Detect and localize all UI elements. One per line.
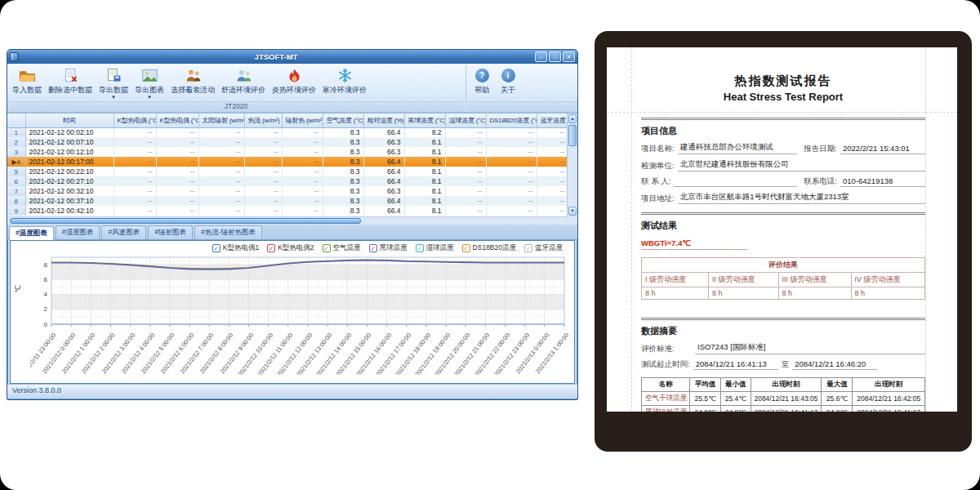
toolbar-cold-eval[interactable]: 寒冷环境评价 — [319, 66, 370, 96]
value-cell: -- — [537, 137, 568, 147]
summary-cell: 24.8℃ — [822, 406, 853, 412]
tab-chart-4[interactable]: #辐射图表 — [148, 225, 193, 239]
horizontal-scroll-thumb[interactable] — [10, 218, 361, 224]
scroll-up-icon[interactable]: ▲ — [568, 114, 577, 123]
value-cell: -- — [114, 167, 156, 176]
value-cell: -- — [282, 167, 323, 176]
maximize-button[interactable]: □ — [549, 51, 561, 62]
table-row[interactable]: 82021-02-12 00:37:10----------8.366.48.1… — [7, 196, 568, 206]
data-table[interactable]: 时间K型热电偶 (°C)K型热电偶 (°C)太阳辐射 (w/m²)热流 (w/m… — [7, 114, 569, 216]
field-label: 联 系 人: — [641, 176, 670, 187]
series-checkbox[interactable]: ✓ — [524, 244, 532, 252]
legend-item[interactable]: ✓空气温度 — [323, 243, 361, 253]
table-row[interactable]: 32021-02-12 00:12:10----------8.366.38.1… — [7, 147, 568, 157]
toolbar-hot-eval[interactable]: 炎热环境评价 — [269, 66, 319, 96]
summary-column-header: 出现时刻 — [853, 378, 925, 392]
report-title-en: Heat Stress Test Report — [641, 91, 925, 103]
table-row[interactable]: 92021-02-12 00:42:10----------8.366.48.1… — [7, 206, 568, 216]
report-page: 热指数测试报告 Heat Stress Test Report 项目信息 项目名… — [607, 47, 957, 412]
period-start-value: 2084/12/21 16:41:13 — [693, 359, 778, 370]
value-cell: 66.4 — [363, 196, 404, 206]
value-cell: -- — [445, 186, 486, 196]
table-row[interactable]: 52021-02-12 00:22:10----------8.366.48.1… — [7, 167, 568, 176]
toolbar-help[interactable]: ?帮助 — [469, 66, 495, 96]
legend-item[interactable]: ✓DS18B20温度 — [462, 243, 516, 253]
series-checkbox[interactable]: ✓ — [369, 244, 377, 252]
status-bar: Version 3.8.0.0 — [7, 384, 577, 398]
value-cell: 8.1 — [404, 167, 445, 176]
row-number: 8 — [7, 196, 25, 206]
legend-item[interactable]: ✓K型热电偶1 — [212, 243, 259, 253]
titlebar[interactable]: JTSOFT-MT – □ ✕ — [7, 50, 577, 64]
tab-chart-1[interactable]: #温度图表 — [9, 226, 54, 240]
vertical-scrollbar[interactable]: ▲ ▼ — [567, 114, 577, 225]
legend-item[interactable]: ✓湿球温度 — [416, 243, 454, 253]
toolbar-export-chart[interactable]: 导出图表▼ — [131, 66, 167, 100]
value-cell: -- — [486, 196, 537, 206]
series-checkbox[interactable]: ✓ — [462, 244, 470, 252]
toolbar-export-data[interactable]: 导出数据▼ — [96, 66, 131, 100]
summary-cell: 24.8℃ — [721, 406, 751, 412]
column-header: K型热电偶 (°C) — [156, 114, 198, 127]
series-checkbox[interactable]: ✓ — [323, 244, 331, 252]
value-cell: -- — [114, 157, 156, 167]
value-cell: -- — [156, 147, 198, 157]
scroll-down-icon[interactable]: ▼ — [568, 207, 577, 216]
value-cell: -- — [486, 157, 537, 167]
close-button[interactable]: ✕ — [563, 51, 575, 62]
value-cell: -- — [114, 127, 156, 137]
toolbar-delete-selected[interactable]: 删除选中数据 — [45, 66, 96, 96]
vertical-scroll-thumb[interactable] — [568, 125, 577, 146]
table-row[interactable]: 72021-02-12 00:32:10----------8.366.38.1… — [7, 186, 568, 196]
table-row[interactable]: ▶42021-02-12 00:17:00----------8.366.48.… — [7, 157, 568, 167]
toolbar-select-activity[interactable]: 选择着装活动 — [167, 66, 218, 96]
legend-item[interactable]: ✓K型热电偶2 — [267, 243, 314, 253]
tab-chart-5[interactable]: #热流-辐射热图表 — [194, 225, 262, 239]
time-cell: 2021-02-12 00:42:10 — [25, 206, 114, 216]
value-cell: -- — [537, 147, 568, 157]
value-cell: -- — [445, 206, 486, 216]
value-cell: -- — [537, 176, 568, 186]
row-number: 9 — [7, 206, 25, 216]
summary-table: 名称平均值最小值出现时刻最大值出现时刻空气干球温度25.5℃25.4℃2084/… — [641, 377, 925, 412]
value-cell: -- — [114, 176, 156, 186]
table-row[interactable]: 22021-02-12 00:07:10----------8.366.38.1… — [7, 137, 568, 147]
time-cell: 2021-02-12 00:07:10 — [25, 137, 114, 147]
value-cell: -- — [282, 206, 323, 216]
row-number: 6 — [7, 176, 25, 186]
field-label: 评价标准: — [641, 344, 692, 354]
value-cell: -- — [244, 176, 282, 186]
value-cell: 8.1 — [404, 157, 445, 167]
column-header: K型热电偶 (°C) — [114, 114, 156, 127]
evaluation-table: 评价结果I 级劳动强度II 级劳动强度III 级劳动强度IV 级劳动强度8 h8… — [641, 257, 925, 300]
value-cell: -- — [156, 167, 198, 176]
period-to-label: 至 — [782, 359, 790, 370]
tab-chart-2[interactable]: #湿度图表 — [56, 225, 100, 239]
toolbar-about[interactable]: i关于 — [495, 66, 521, 96]
toolbar-comfort-eval[interactable]: 舒适环境评价 — [218, 66, 269, 96]
summary-column-header: 名称 — [642, 378, 690, 392]
value-cell: -- — [198, 176, 244, 186]
value-cell: 8.3 — [323, 157, 363, 167]
legend-item[interactable]: ✓黑球温度 — [369, 243, 408, 253]
eval-value: 8 h — [851, 287, 924, 300]
horizontal-scrollbar[interactable] — [7, 216, 568, 225]
series-checkbox[interactable]: ✓ — [267, 244, 275, 252]
table-row[interactable]: 62021-02-12 00:27:10----------8.366.48.1… — [7, 176, 568, 186]
print-margin-guide — [631, 47, 632, 412]
value-cell: 66.4 — [363, 206, 404, 216]
value-cell: -- — [282, 147, 323, 157]
toolbar-item-label: 炎热环境评价 — [272, 85, 316, 96]
value-cell: -- — [244, 147, 282, 157]
toolbar-import-data[interactable]: 导入数据 — [9, 66, 45, 96]
app-icon — [10, 52, 19, 61]
value-cell: -- — [486, 176, 537, 186]
series-checkbox[interactable]: ✓ — [416, 244, 424, 252]
series-checkbox[interactable]: ✓ — [212, 244, 220, 252]
minimize-button[interactable]: – — [535, 51, 547, 62]
legend-item[interactable]: ✓蓝牙温度 — [524, 243, 563, 253]
tab-chart-3[interactable]: #风速图表 — [101, 225, 146, 239]
table-row[interactable]: 12021-02-12 00:02:10----------8.366.48.2… — [7, 127, 568, 137]
row-number: 7 — [7, 186, 25, 196]
value-cell: 8.1 — [404, 147, 445, 157]
